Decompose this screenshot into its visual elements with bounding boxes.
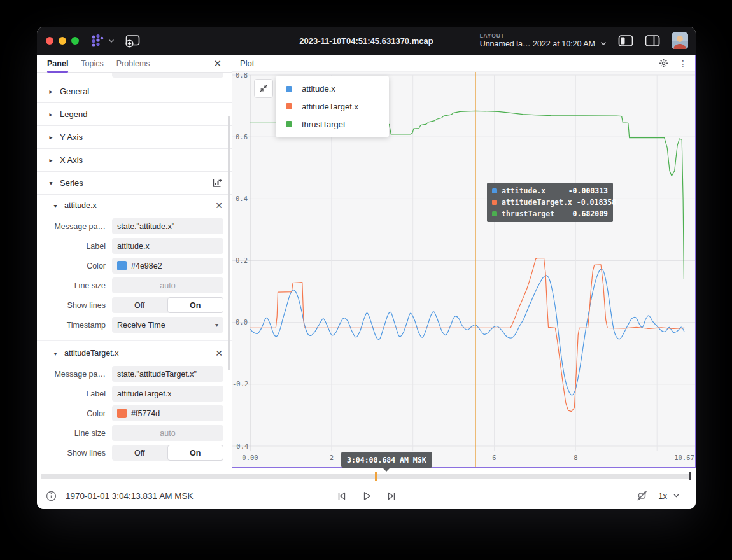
title-field-label: Title xyxy=(37,73,112,74)
field-label: Show lines xyxy=(37,449,112,458)
add-series-icon xyxy=(212,178,223,188)
message-path-input[interactable]: state."attitudeTarget.x" xyxy=(112,366,223,382)
user-avatar[interactable] xyxy=(672,32,688,49)
add-series-button[interactable] xyxy=(212,178,223,188)
toggle-left-sidebar-icon[interactable] xyxy=(618,34,633,47)
clipped-title-row: Title Plot xyxy=(37,73,232,80)
show-lines-off-button[interactable]: Off xyxy=(112,445,167,461)
series-editor-attitude-target-x: ▾ attitudeTarget.x ✕ Message pa… state."… xyxy=(37,340,232,463)
chevron-down-icon xyxy=(108,39,115,43)
info-icon[interactable] xyxy=(46,491,57,501)
field-label: Line size xyxy=(37,429,112,438)
timestamp-select[interactable]: Receive Time ▾ xyxy=(112,317,223,333)
field-label: Label xyxy=(37,389,112,398)
remove-series-icon[interactable]: ✕ xyxy=(215,201,223,210)
y-axis-tick-label: -0.4 xyxy=(232,442,248,450)
color-swatch[interactable] xyxy=(117,409,127,418)
field-label: Timestamp xyxy=(37,321,112,330)
series-color-swatch xyxy=(492,200,497,205)
plot-panel-header: Plot ⋮ xyxy=(232,55,695,72)
chart-hover-tooltip: attitude.x -0.008313 attitudeTarget.x -0… xyxy=(487,183,613,222)
legend-item[interactable]: attitudeTarget.x xyxy=(276,98,389,115)
show-lines-on-button[interactable]: On xyxy=(167,297,224,313)
section-series[interactable]: ▾ Series xyxy=(37,172,232,195)
series-header[interactable]: ▾ attitudeTarget.x ✕ xyxy=(37,342,232,364)
remove-series-icon[interactable]: ✕ xyxy=(215,349,223,358)
line-size-input[interactable]: auto xyxy=(112,425,223,441)
zoom-window-button[interactable] xyxy=(71,37,79,45)
add-panel-icon xyxy=(125,34,141,48)
panel-settings-sidebar: Panel Topics Problems ✕ Title Plot ▸ Gen… xyxy=(37,55,232,468)
foxglove-logo-icon xyxy=(89,34,104,48)
line-size-input[interactable]: auto xyxy=(112,277,223,293)
y-axis-tick-label: 0.8 xyxy=(232,72,248,79)
add-panel-button[interactable] xyxy=(125,34,141,48)
play-icon[interactable] xyxy=(361,491,372,501)
sidebar-scrollbar[interactable] xyxy=(228,116,230,370)
close-window-button[interactable] xyxy=(46,37,53,45)
loop-off-icon[interactable] xyxy=(636,490,648,501)
show-lines-on-button[interactable]: On xyxy=(167,445,224,461)
section-y-axis[interactable]: ▸ Y Axis xyxy=(37,126,232,149)
series-color-swatch xyxy=(492,211,497,216)
caret-down-icon: ▾ xyxy=(48,179,54,186)
legend-item[interactable]: thrustTarget xyxy=(276,116,389,132)
seek-playhead[interactable] xyxy=(375,472,377,481)
close-sidebar-icon[interactable]: ✕ xyxy=(213,59,222,68)
dropdown-caret-icon: ▾ xyxy=(215,321,218,328)
label-input[interactable]: attitude.x xyxy=(112,238,223,254)
color-input[interactable]: #f5774d xyxy=(112,405,223,421)
series-header[interactable]: ▾ attitude.x ✕ xyxy=(37,195,232,216)
label-input[interactable]: attitudeTarget.x xyxy=(112,386,223,402)
app-menu[interactable] xyxy=(89,34,115,48)
series-color-swatch xyxy=(286,86,292,92)
panel-menu-icon[interactable]: ⋮ xyxy=(679,59,687,68)
layout-picker[interactable]: LAYOUT Unnamed la… 2022 at 10:20 AM xyxy=(480,33,607,48)
caret-down-icon: ▾ xyxy=(52,202,59,209)
minimize-window-button[interactable] xyxy=(59,37,66,45)
tab-topics[interactable]: Topics xyxy=(81,55,103,73)
titlebar: 2023-11-10T04:51:45.631370.mcap LAYOUT U… xyxy=(37,27,696,55)
settings-gear-icon[interactable] xyxy=(659,59,668,68)
plot-panel: Plot ⋮ xyxy=(232,55,696,468)
playback-speed-select[interactable]: 1x xyxy=(658,491,679,501)
tab-problems[interactable]: Problems xyxy=(116,55,150,73)
field-label: Show lines xyxy=(37,301,112,310)
series-color-swatch xyxy=(286,121,292,127)
legend-item[interactable]: attitude.x xyxy=(276,81,389,97)
y-axis-tick-label: -0.2 xyxy=(232,380,248,388)
caret-down-icon: ▾ xyxy=(52,350,59,357)
show-lines-off-button[interactable]: Off xyxy=(112,297,167,313)
field-label: Color xyxy=(37,262,112,270)
field-label: Message pa… xyxy=(37,222,112,231)
caret-right-icon: ▸ xyxy=(48,88,54,95)
caret-right-icon: ▸ xyxy=(48,111,54,118)
field-label: Label xyxy=(37,242,112,251)
seek-bar[interactable] xyxy=(41,474,691,479)
message-path-input[interactable]: state."attitude.x" xyxy=(112,218,223,234)
color-swatch[interactable] xyxy=(117,261,127,270)
show-lines-toggle: Off On xyxy=(112,297,223,313)
seek-backward-icon[interactable] xyxy=(336,491,347,501)
section-general[interactable]: ▸ General xyxy=(37,80,232,103)
color-input[interactable]: #4e98e2 xyxy=(112,258,223,274)
collapse-legend-button[interactable] xyxy=(254,79,273,98)
x-axis-tick-label: 6 xyxy=(482,454,507,461)
field-label: Color xyxy=(37,409,112,418)
section-x-axis[interactable]: ▸ X Axis xyxy=(37,149,232,172)
seek-hover-tooltip: 3:04:08.684 AM MSK xyxy=(341,452,432,468)
y-axis-tick-label: 0.2 xyxy=(232,256,248,264)
layout-picker-caption: LAYOUT xyxy=(480,33,607,39)
seek-end-marker xyxy=(689,472,691,480)
seek-forward-icon[interactable] xyxy=(386,491,397,501)
y-axis-tick-label: 0.4 xyxy=(232,195,248,202)
main-content: Panel Topics Problems ✕ Title Plot ▸ Gen… xyxy=(37,55,696,468)
series-editor-attitude-x: ▾ attitude.x ✕ Message pa… state."attitu… xyxy=(37,195,232,335)
toggle-right-sidebar-icon[interactable] xyxy=(645,34,660,47)
x-axis-tick-label: 8 xyxy=(563,454,588,461)
title-field[interactable]: Plot xyxy=(112,73,223,78)
window-title: 2023-11-10T04:51:45.631370.mcap xyxy=(299,27,433,55)
tooltip-row: thrustTarget 0.682089 xyxy=(492,209,608,219)
tab-panel[interactable]: Panel xyxy=(47,55,68,73)
section-legend[interactable]: ▸ Legend xyxy=(37,103,232,126)
